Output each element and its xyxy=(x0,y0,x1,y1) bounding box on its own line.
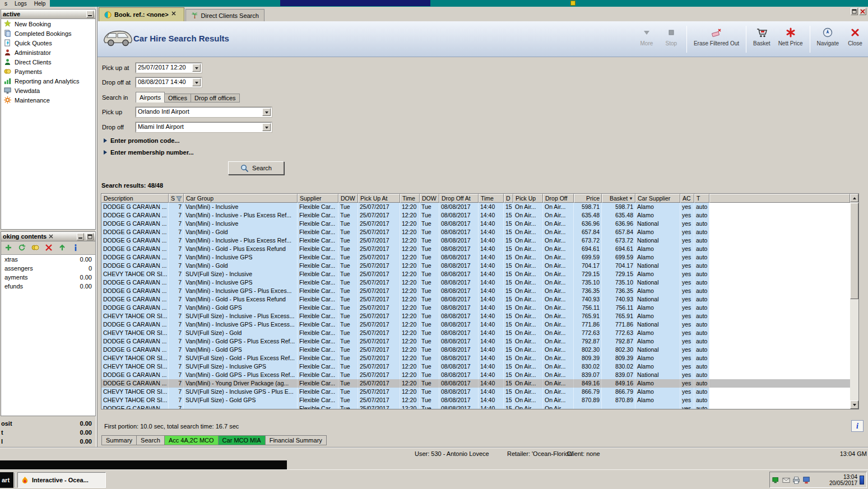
start-button[interactable]: art xyxy=(0,472,13,488)
result-row[interactable]: CHEVY TAHOE OR SI...7SUV(Full Size) - In… xyxy=(101,312,850,320)
result-row[interactable]: CHEVY TAHOE OR SI...7SUV(Full Size) - Go… xyxy=(101,396,850,404)
promotion-code-expander[interactable]: Enter promotion code... xyxy=(104,137,179,144)
result-row[interactable]: DODGE G CARAVAN ...7Van(Mini) - Inclusiv… xyxy=(101,253,850,262)
result-row[interactable]: DODGE G CARAVAN ...7Van(Mini) - Inclusiv… xyxy=(101,287,850,295)
minimize-button[interactable] xyxy=(77,233,84,240)
result-row[interactable]: DODGE G CARAVAN ...7Van(Mini) - Gold GPS… xyxy=(101,337,850,346)
mail-icon[interactable] xyxy=(782,476,790,484)
info-button[interactable]: i xyxy=(851,420,864,432)
column-header-dow[interactable]: DOW xyxy=(338,194,358,203)
column-header-time[interactable]: Time xyxy=(479,194,504,203)
close-button[interactable]: Close xyxy=(846,25,865,54)
basket-button[interactable]: Basket xyxy=(752,25,772,54)
tab-book-ref-none[interactable]: Book. ref.: <none> xyxy=(99,7,184,21)
column-header-pick-up[interactable]: Pick Up xyxy=(513,194,543,203)
column-header-drop-off-at[interactable]: Drop Off At xyxy=(439,194,479,203)
bottom-tab-car-mco-mia[interactable]: Car MCO MIA xyxy=(218,435,266,445)
device-icon[interactable] xyxy=(802,476,810,484)
sidebar-item-direct-clients[interactable]: Direct Clients xyxy=(1,57,95,67)
column-header-time[interactable]: Time xyxy=(400,194,420,203)
nett-price-button[interactable]: Nett Price xyxy=(777,25,804,54)
scrollbar-thumb[interactable] xyxy=(850,203,858,299)
column-header-supplier[interactable]: Supplier xyxy=(298,194,338,203)
bottom-tab-financial-summary[interactable]: Financial Summary xyxy=(265,435,327,445)
result-row[interactable]: DODGE G CARAVAN ...7Van(Mini) - GoldFlex… xyxy=(101,228,850,236)
vertical-scrollbar[interactable] xyxy=(850,194,858,409)
result-row[interactable]: DODGE G CARAVAN ...7Van(Mini) - GoldFlex… xyxy=(101,262,850,270)
result-row[interactable]: DODGE G CARAVAN ...7Van(Mini) - Young Dr… xyxy=(101,379,850,388)
refresh-icon[interactable] xyxy=(18,244,26,252)
close-x-icon[interactable] xyxy=(171,11,179,18)
result-row[interactable]: DODGE G CARAVAN ...7Van(Mini) - Gold - P… xyxy=(101,245,850,253)
column-header-price[interactable]: Price xyxy=(574,194,602,203)
bottom-tab-summary[interactable]: Summary xyxy=(101,435,137,445)
search-in-tab-airports[interactable]: Airports xyxy=(136,92,165,103)
bottom-tab-acc-4a-2c-mco[interactable]: Acc 4A,2C MCO xyxy=(164,435,219,445)
info-icon[interactable] xyxy=(72,244,80,252)
dropoff-combobox[interactable]: Miami Intl Airport xyxy=(136,122,272,132)
result-row[interactable]: DODGE G CARAVAN ...7Van(Mini) - Gold GPS… xyxy=(101,346,850,354)
delete-icon[interactable] xyxy=(45,244,53,252)
result-row[interactable]: DODGE G CARAVAN ...7Van(Mini) - Gold - P… xyxy=(101,295,850,304)
collapse-panel-button[interactable] xyxy=(86,11,94,18)
sidebar-item-administrator[interactable]: Administrator xyxy=(1,48,95,57)
dropoff-at-input[interactable]: 08/08/2017 14:40 xyxy=(136,77,202,87)
result-row[interactable]: DODGE G CARAVAN ...7Van(Mini) - Inclusiv… xyxy=(101,236,850,245)
taskbar-app-button[interactable]: Interactive - Ocea... xyxy=(17,472,106,488)
move-up-icon[interactable] xyxy=(58,244,67,252)
result-row[interactable]: DODGE G CARAVAN ...7Van(Mini) - Gold GPS… xyxy=(101,371,850,379)
erase-filtered-out-button[interactable]: Erase Filtered Out xyxy=(693,25,740,54)
money-icon[interactable] xyxy=(31,244,40,252)
sidebar-item-payments[interactable]: Payments xyxy=(1,67,95,76)
result-row[interactable]: CHEVY TAHOE OR SI...7SUV(Full Size) - In… xyxy=(101,388,850,396)
sidebar-item-completed-bookings[interactable]: Completed Bookings xyxy=(1,29,95,38)
sidebar-item-reporting-and-analytics[interactable]: Reporting and Analytics xyxy=(1,76,95,86)
result-row[interactable]: DODGE G CARAVAN ...7Flexible Car...Tue25… xyxy=(101,404,850,409)
panel-splitter[interactable] xyxy=(96,7,98,460)
menu-item-help[interactable]: Help xyxy=(34,1,46,7)
column-header-drop-off[interactable]: Drop Off xyxy=(543,194,574,203)
membership-number-expander[interactable]: Enter membership number... xyxy=(104,149,194,156)
window-close-button[interactable] xyxy=(859,8,866,15)
menu-item-s[interactable]: s xyxy=(4,1,7,7)
result-row[interactable]: CHEVY TAHOE OR SI...7SUV(Full Size) - In… xyxy=(101,270,850,278)
column-header-d[interactable]: D xyxy=(504,194,513,203)
network-icon[interactable] xyxy=(772,476,780,484)
navigate-button[interactable]: Navigate xyxy=(816,25,840,54)
column-header-basket[interactable]: Basket▼ xyxy=(602,194,635,203)
dropdown-arrow-icon[interactable] xyxy=(262,108,271,116)
result-row[interactable]: CHEVY TAHOE OR SI...7SUV(Full Size) - Go… xyxy=(101,329,850,337)
result-row[interactable]: DODGE G CARAVAN ...7Van(Mini) - Inclusiv… xyxy=(101,278,850,287)
result-row[interactable]: DODGE G CARAVAN ...7Van(Mini) - Gold GPS… xyxy=(101,304,850,312)
result-row[interactable]: CHEVY TAHOE OR SI...7SUV(Full Size) - In… xyxy=(101,362,850,371)
column-header-s[interactable]: S xyxy=(169,194,184,203)
dropdown-arrow-icon[interactable] xyxy=(192,78,201,86)
column-header-description[interactable]: Description xyxy=(101,194,169,203)
column-header-car-supplier[interactable]: Car Supplier xyxy=(635,194,680,203)
column-header-car-group[interactable]: Car Group xyxy=(184,194,298,203)
scroll-up-button[interactable] xyxy=(850,194,858,202)
sidebar-item-new-booking[interactable]: New Booking xyxy=(1,19,95,29)
sidebar-item-quick-quotes[interactable]: Quick Quotes xyxy=(1,38,95,48)
column-header-ac[interactable]: AC xyxy=(680,194,694,203)
column-header-t[interactable]: T xyxy=(694,194,709,203)
pickup-at-input[interactable]: 25/07/2017 12:20 xyxy=(136,63,202,73)
result-row[interactable]: DODGE G CARAVAN ...7Van(Mini) - Inclusiv… xyxy=(101,320,850,329)
restore-button[interactable] xyxy=(851,8,858,15)
menu-item-logs[interactable]: Logs xyxy=(15,1,27,7)
search-in-tab-offices[interactable]: Offices xyxy=(165,94,191,103)
dropdown-arrow-icon[interactable] xyxy=(262,123,271,131)
pickup-combobox[interactable]: Orlando Intl Airport xyxy=(136,107,272,117)
close-panel-icon[interactable] xyxy=(49,234,53,239)
result-row[interactable]: DODGE G CARAVAN ...7Van(Mini) - Inclusiv… xyxy=(101,220,850,228)
result-row[interactable]: DODGE G CARAVAN ...7Van(Mini) - Inclusiv… xyxy=(101,203,850,211)
sidebar-item-viewdata[interactable]: Viewdata xyxy=(1,86,95,95)
tab-direct-clients-search[interactable]: Direct Clients Search xyxy=(185,9,264,21)
search-button[interactable]: Search xyxy=(228,161,284,175)
scroll-down-button[interactable] xyxy=(850,400,858,409)
result-row[interactable]: DODGE G CARAVAN ...7Van(Mini) - Inclusiv… xyxy=(101,211,850,220)
column-header-pick-up-at[interactable]: Pick Up At xyxy=(358,194,400,203)
result-row[interactable]: CHEVY TAHOE OR SI...7SUV(Full Size) - Go… xyxy=(101,354,850,362)
sidebar-item-maintenance[interactable]: Maintenance xyxy=(1,95,95,105)
search-in-tab-drop-off-offices[interactable]: Drop off offices xyxy=(191,94,240,103)
